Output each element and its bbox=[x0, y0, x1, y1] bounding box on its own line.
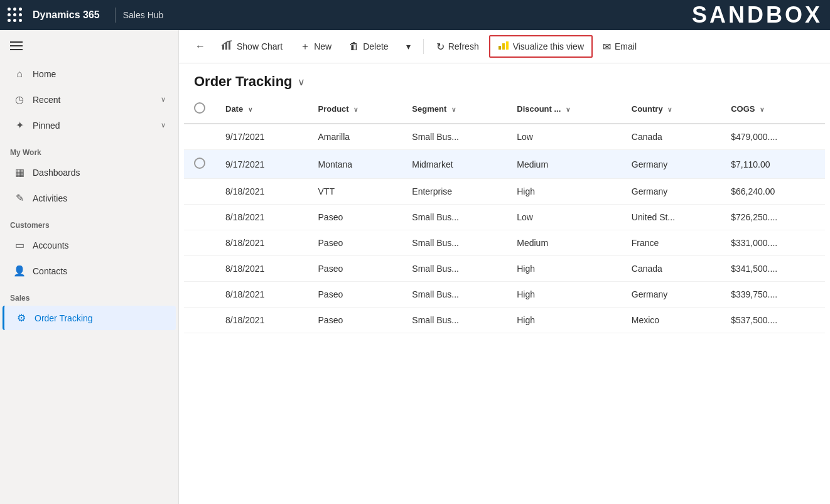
cell-discount: High bbox=[507, 308, 622, 333]
sidebar: ⌂ Home ◷ Recent ∨ ✦ Pinned ∨ My Work ▦ D… bbox=[0, 30, 179, 504]
refresh-button[interactable]: ↻ Refresh bbox=[429, 37, 487, 56]
discount-column-header[interactable]: Discount ... ∨ bbox=[507, 95, 622, 124]
my-work-section-label: My Work bbox=[0, 138, 178, 159]
cell-discount: Low bbox=[507, 205, 622, 230]
new-icon: ＋ bbox=[300, 40, 310, 53]
segment-column-header[interactable]: Segment ∨ bbox=[402, 95, 507, 124]
pinned-icon: ✦ bbox=[13, 119, 26, 131]
cell-date[interactable]: 8/18/2021 bbox=[215, 205, 308, 230]
cell-country: Germany bbox=[622, 150, 721, 179]
new-button[interactable]: ＋ New bbox=[293, 36, 339, 57]
hamburger-button[interactable] bbox=[0, 30, 178, 62]
back-button[interactable]: ← bbox=[189, 37, 212, 56]
cell-segment: Small Bus... bbox=[402, 308, 507, 333]
sidebar-item-accounts[interactable]: ▭ Accounts bbox=[3, 233, 176, 257]
order-tracking-icon: ⚙ bbox=[14, 312, 28, 324]
sidebar-home-label: Home bbox=[33, 69, 56, 79]
page-title-bar: Order Tracking ∨ bbox=[179, 63, 830, 95]
cell-date[interactable]: 8/18/2021 bbox=[215, 230, 308, 256]
home-icon: ⌂ bbox=[13, 68, 26, 80]
cell-country: United St... bbox=[622, 205, 721, 230]
cell-date[interactable]: 9/17/2021 bbox=[215, 124, 308, 150]
sidebar-item-recent[interactable]: ◷ Recent ∨ bbox=[3, 87, 176, 112]
dropdown-button[interactable]: ▾ bbox=[399, 38, 418, 55]
cell-segment: Enterprise bbox=[402, 179, 507, 205]
delete-label: Delete bbox=[363, 41, 388, 51]
cell-country: Canada bbox=[622, 256, 721, 282]
page-title-chevron-icon[interactable]: ∨ bbox=[298, 76, 305, 88]
recent-chevron-icon: ∨ bbox=[161, 95, 166, 104]
cell-cogs: $341,500.... bbox=[721, 256, 825, 282]
sidebar-activities-label: Activities bbox=[33, 193, 67, 203]
row-checkbox-cell bbox=[184, 230, 215, 256]
cell-date[interactable]: 8/18/2021 bbox=[215, 256, 308, 282]
email-button[interactable]: ✉ Email bbox=[595, 37, 644, 56]
topbar: Dynamics 365 Sales Hub SANDBOX bbox=[0, 0, 830, 30]
cell-date[interactable]: 8/18/2021 bbox=[215, 308, 308, 333]
main-layout: ⌂ Home ◷ Recent ∨ ✦ Pinned ∨ My Work ▦ D… bbox=[0, 30, 830, 504]
cogs-sort-icon: ∨ bbox=[760, 106, 764, 113]
sidebar-pinned-label: Pinned bbox=[33, 121, 60, 131]
sidebar-item-pinned[interactable]: ✦ Pinned ∨ bbox=[3, 113, 176, 137]
svg-rect-3 bbox=[499, 46, 501, 50]
cell-product[interactable]: Paseo bbox=[308, 282, 402, 308]
cell-discount: Medium bbox=[507, 230, 622, 256]
svg-rect-1 bbox=[225, 43, 227, 50]
cell-product[interactable]: Paseo bbox=[308, 308, 402, 333]
dashboards-icon: ▦ bbox=[13, 166, 26, 178]
cogs-column-header[interactable]: COGS ∨ bbox=[721, 95, 825, 124]
email-label: Email bbox=[615, 41, 637, 51]
row-checkbox[interactable] bbox=[194, 158, 205, 169]
sandbox-label: SANDBOX bbox=[692, 2, 822, 28]
row-checkbox-cell bbox=[184, 282, 215, 308]
recent-icon: ◷ bbox=[13, 94, 26, 105]
cell-product[interactable]: Paseo bbox=[308, 230, 402, 256]
cell-country: Germany bbox=[622, 282, 721, 308]
cell-product[interactable]: Paseo bbox=[308, 205, 402, 230]
delete-icon: 🗑 bbox=[349, 41, 359, 52]
delete-button[interactable]: 🗑 Delete bbox=[342, 37, 396, 56]
cell-cogs: $331,000.... bbox=[721, 230, 825, 256]
cell-segment: Small Bus... bbox=[402, 230, 507, 256]
app-launcher-icon[interactable] bbox=[8, 8, 23, 23]
content-area: ← Show Chart ＋ New 🗑 D bbox=[179, 30, 830, 504]
cell-date[interactable]: 8/18/2021 bbox=[215, 282, 308, 308]
sidebar-item-home[interactable]: ⌂ Home bbox=[3, 62, 176, 86]
cell-discount: High bbox=[507, 282, 622, 308]
cell-product[interactable]: Amarilla bbox=[308, 124, 402, 150]
country-column-header[interactable]: Country ∨ bbox=[622, 95, 721, 124]
cell-country: France bbox=[622, 230, 721, 256]
email-icon: ✉ bbox=[603, 41, 611, 53]
sidebar-item-activities[interactable]: ✎ Activities bbox=[3, 186, 176, 210]
show-chart-button[interactable]: Show Chart bbox=[214, 36, 290, 56]
contacts-icon: 👤 bbox=[13, 265, 26, 277]
sidebar-accounts-label: Accounts bbox=[33, 240, 69, 250]
sidebar-item-dashboards[interactable]: ▦ Dashboards bbox=[3, 160, 176, 185]
visualize-button[interactable]: Visualize this view bbox=[489, 35, 593, 58]
cell-segment: Small Bus... bbox=[402, 282, 507, 308]
sidebar-dashboards-label: Dashboards bbox=[33, 168, 80, 178]
cell-date[interactable]: 9/17/2021 bbox=[215, 150, 308, 179]
cell-product[interactable]: Paseo bbox=[308, 256, 402, 282]
show-chart-label: Show Chart bbox=[237, 41, 283, 51]
sidebar-item-contacts[interactable]: 👤 Contacts bbox=[3, 259, 176, 283]
cell-product[interactable]: VTT bbox=[308, 179, 402, 205]
date-column-header[interactable]: Date ∨ bbox=[215, 95, 308, 124]
select-all-checkbox[interactable] bbox=[194, 102, 205, 114]
table-container: Date ∨ Product ∨ Segment ∨ Discount ... … bbox=[179, 95, 830, 504]
table-header-row: Date ∨ Product ∨ Segment ∨ Discount ... … bbox=[184, 95, 825, 124]
product-column-header[interactable]: Product ∨ bbox=[308, 95, 402, 124]
pinned-chevron-icon: ∨ bbox=[161, 121, 166, 129]
module-title: Sales Hub bbox=[123, 10, 164, 20]
cell-cogs: $339,750.... bbox=[721, 282, 825, 308]
sidebar-item-order-tracking[interactable]: ⚙ Order Tracking bbox=[3, 306, 176, 330]
cell-product[interactable]: Montana bbox=[308, 150, 402, 179]
checkbox-header[interactable] bbox=[184, 95, 215, 124]
show-chart-icon bbox=[222, 40, 233, 53]
row-checkbox-cell bbox=[184, 256, 215, 282]
refresh-icon: ↻ bbox=[436, 41, 445, 53]
cell-date[interactable]: 8/18/2021 bbox=[215, 179, 308, 205]
discount-sort-icon: ∨ bbox=[566, 106, 570, 113]
row-checkbox-cell bbox=[184, 308, 215, 333]
cell-segment: Small Bus... bbox=[402, 124, 507, 150]
